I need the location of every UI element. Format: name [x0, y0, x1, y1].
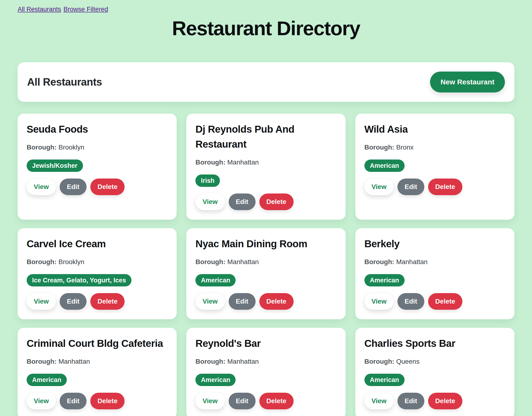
delete-button[interactable]: Delete [428, 293, 462, 310]
view-button[interactable]: View [27, 293, 56, 310]
cuisine-badge: American [27, 374, 67, 386]
edit-button[interactable]: Edit [60, 293, 86, 310]
restaurant-name: Reynold's Bar [195, 336, 336, 351]
borough-value: Queens [396, 358, 419, 365]
delete-button[interactable]: Delete [90, 179, 124, 195]
restaurant-card: Berkely Borough:Manhattan American View … [355, 228, 514, 319]
borough-label: Borough: [364, 358, 394, 365]
cuisine-badge: American [364, 160, 405, 172]
restaurant-name: Carvel Ice Cream [27, 236, 168, 251]
view-button[interactable]: View [195, 193, 225, 210]
cuisine-badge-row: Jewish/Kosher [27, 160, 168, 172]
nav-link-all-restaurants[interactable]: All Restaurants [18, 6, 61, 13]
borough-line: Borough:Brooklyn [27, 142, 168, 152]
edit-button[interactable]: Edit [229, 193, 256, 210]
restaurant-card: Nyac Main Dining Room Borough:Manhattan … [186, 228, 345, 319]
card-actions: View Edit Delete [364, 293, 505, 310]
delete-button[interactable]: Delete [259, 193, 294, 210]
delete-button[interactable]: Delete [90, 393, 124, 409]
borough-line: Borough:Manhattan [195, 357, 336, 367]
restaurant-card: Carvel Ice Cream Borough:Brooklyn Ice Cr… [18, 228, 177, 319]
view-button[interactable]: View [364, 293, 394, 310]
top-nav: All Restaurants Browse Filtered [18, 6, 514, 13]
cuisine-badge-row: American [364, 274, 505, 286]
cuisine-badge-row: American [364, 374, 505, 386]
view-button[interactable]: View [364, 179, 394, 195]
restaurant-name: Criminal Court Bldg Cafeteria [27, 336, 168, 351]
restaurant-grid: Seuda Foods Borough:Brooklyn Jewish/Kosh… [18, 114, 514, 416]
cuisine-badge: American [364, 274, 405, 286]
borough-value: Brooklyn [58, 258, 84, 265]
card-actions: View Edit Delete [27, 393, 168, 409]
borough-line: Borough:Manhattan [364, 257, 505, 267]
borough-label: Borough: [364, 144, 394, 151]
borough-label: Borough: [27, 358, 57, 365]
borough-label: Borough: [195, 258, 225, 265]
card-actions: View Edit Delete [27, 293, 168, 310]
borough-value: Bronx [396, 144, 414, 151]
borough-value: Manhattan [58, 358, 90, 365]
edit-button[interactable]: Edit [229, 293, 256, 310]
borough-value: Manhattan [227, 358, 259, 365]
borough-line: Borough:Manhattan [195, 157, 336, 167]
view-button[interactable]: View [195, 393, 225, 409]
borough-label: Borough: [27, 258, 57, 265]
cuisine-badge: Irish [195, 174, 220, 187]
borough-value: Manhattan [227, 159, 259, 166]
borough-line: Borough:Brooklyn [27, 257, 168, 267]
edit-button[interactable]: Edit [60, 179, 86, 195]
view-button[interactable]: View [27, 179, 56, 195]
page-title: Restaurant Directory [18, 17, 514, 40]
borough-line: Borough:Queens [364, 357, 505, 367]
card-actions: View Edit Delete [27, 179, 168, 195]
restaurant-card: Dj Reynolds Pub And Restaurant Borough:M… [186, 114, 345, 220]
cuisine-badge-row: American [195, 274, 336, 286]
view-button[interactable]: View [195, 293, 225, 310]
restaurant-name: Wild Asia [364, 122, 505, 137]
delete-button[interactable]: Delete [428, 393, 462, 409]
card-actions: View Edit Delete [195, 293, 336, 310]
edit-button[interactable]: Edit [398, 179, 424, 195]
restaurant-card: Seuda Foods Borough:Brooklyn Jewish/Kosh… [18, 114, 177, 220]
cuisine-badge-row: Irish [195, 174, 336, 187]
borough-label: Borough: [195, 159, 225, 166]
edit-button[interactable]: Edit [398, 393, 424, 409]
borough-label: Borough: [195, 358, 225, 365]
delete-button[interactable]: Delete [90, 293, 124, 310]
card-actions: View Edit Delete [195, 393, 336, 409]
borough-value: Manhattan [227, 258, 259, 265]
delete-button[interactable]: Delete [259, 293, 294, 310]
restaurant-name: Berkely [364, 236, 505, 251]
new-restaurant-button[interactable]: New Restaurant [430, 72, 505, 93]
borough-line: Borough:Manhattan [27, 357, 168, 367]
cuisine-badge-row: American [195, 374, 336, 386]
view-button[interactable]: View [364, 393, 394, 409]
restaurant-card: Criminal Court Bldg Cafeteria Borough:Ma… [18, 328, 177, 416]
restaurant-card: Charlies Sports Bar Borough:Queens Ameri… [355, 328, 514, 416]
edit-button[interactable]: Edit [398, 293, 424, 310]
cuisine-badge-row: Ice Cream, Gelato, Yogurt, Ices [27, 274, 168, 286]
restaurant-name: Charlies Sports Bar [364, 336, 505, 351]
card-actions: View Edit Delete [364, 179, 505, 195]
card-actions: View Edit Delete [195, 193, 336, 210]
borough-line: Borough:Manhattan [195, 257, 336, 267]
borough-label: Borough: [364, 258, 394, 265]
section-heading: All Restaurants [27, 76, 102, 88]
cuisine-badge: Ice Cream, Gelato, Yogurt, Ices [27, 274, 132, 286]
nav-link-browse-filtered[interactable]: Browse Filtered [64, 6, 108, 13]
edit-button[interactable]: Edit [60, 393, 86, 409]
toolbar-card: All Restaurants New Restaurant [18, 62, 514, 102]
restaurant-name: Nyac Main Dining Room [195, 236, 336, 251]
view-button[interactable]: View [27, 393, 56, 409]
edit-button[interactable]: Edit [229, 393, 256, 409]
cuisine-badge-row: American [27, 374, 168, 386]
cuisine-badge: Jewish/Kosher [27, 160, 83, 172]
delete-button[interactable]: Delete [259, 393, 294, 409]
delete-button[interactable]: Delete [428, 179, 462, 195]
restaurant-card: Wild Asia Borough:Bronx American View Ed… [355, 114, 514, 220]
card-actions: View Edit Delete [364, 393, 505, 409]
restaurant-name: Seuda Foods [27, 122, 168, 137]
cuisine-badge: American [195, 374, 236, 386]
restaurant-card: Reynold's Bar Borough:Manhattan American… [186, 328, 345, 416]
borough-label: Borough: [27, 144, 57, 151]
